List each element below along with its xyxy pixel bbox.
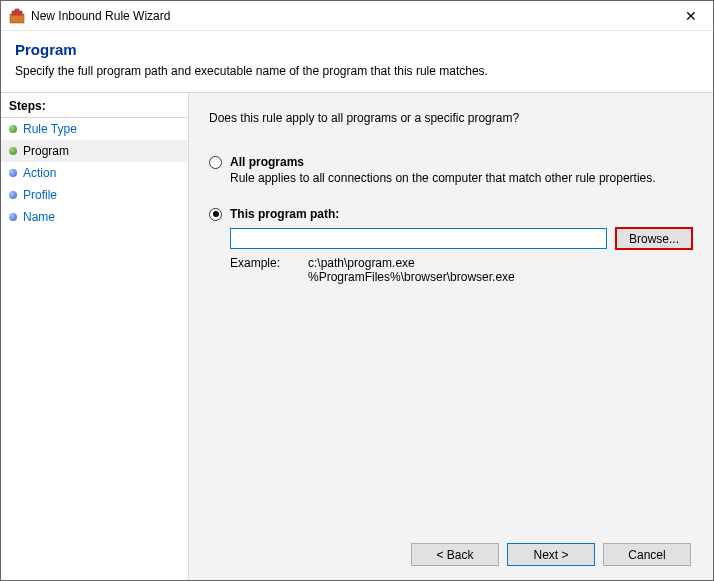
example-label: Example:	[230, 256, 308, 284]
step-rule-type[interactable]: Rule Type	[1, 118, 188, 140]
option-program-path: This program path: Browse... Example: c:…	[209, 207, 693, 284]
steps-sidebar: Steps: Rule Type Program Action Profile …	[1, 93, 189, 580]
back-button[interactable]: < Back	[411, 543, 499, 566]
steps-heading: Steps:	[1, 93, 188, 118]
program-path-input[interactable]	[230, 228, 607, 249]
step-bullet-icon	[9, 169, 17, 177]
wizard-window: New Inbound Rule Wizard ✕ Program Specif…	[0, 0, 714, 581]
wizard-content: Does this rule apply to all programs or …	[189, 93, 713, 580]
step-program[interactable]: Program	[1, 140, 188, 162]
step-label: Name	[23, 210, 55, 224]
step-label: Action	[23, 166, 56, 180]
window-title: New Inbound Rule Wizard	[31, 9, 668, 23]
option-path-label: This program path:	[230, 207, 339, 221]
step-bullet-icon	[9, 147, 17, 155]
step-bullet-icon	[9, 213, 17, 221]
step-name[interactable]: Name	[1, 206, 188, 228]
step-bullet-icon	[9, 125, 17, 133]
browse-button[interactable]: Browse...	[615, 227, 693, 250]
wizard-footer: < Back Next > Cancel	[209, 543, 693, 566]
example-text: c:\path\program.exe %ProgramFiles%\brows…	[308, 256, 515, 284]
wizard-header: Program Specify the full program path an…	[1, 31, 713, 92]
next-button[interactable]: Next >	[507, 543, 595, 566]
option-all-desc: Rule applies to all connections on the c…	[230, 171, 693, 185]
step-profile[interactable]: Profile	[1, 184, 188, 206]
option-path-row[interactable]: This program path:	[209, 207, 693, 221]
radio-program-path[interactable]	[209, 208, 222, 221]
wizard-body: Steps: Rule Type Program Action Profile …	[1, 92, 713, 580]
option-all-row[interactable]: All programs	[209, 155, 693, 169]
close-icon: ✕	[685, 8, 697, 24]
option-all-label: All programs	[230, 155, 304, 169]
step-bullet-icon	[9, 191, 17, 199]
example-row: Example: c:\path\program.exe %ProgramFil…	[230, 256, 693, 284]
page-title: Program	[15, 41, 699, 58]
cancel-button[interactable]: Cancel	[603, 543, 691, 566]
option-all-programs: All programs Rule applies to all connect…	[209, 155, 693, 185]
titlebar: New Inbound Rule Wizard ✕	[1, 1, 713, 31]
page-subtitle: Specify the full program path and execut…	[15, 64, 699, 78]
app-icon	[9, 8, 25, 24]
step-action[interactable]: Action	[1, 162, 188, 184]
radio-all-programs[interactable]	[209, 156, 222, 169]
svg-rect-0	[10, 14, 24, 23]
program-path-row: Browse...	[230, 227, 693, 250]
svg-rect-2	[15, 9, 19, 12]
close-button[interactable]: ✕	[668, 1, 713, 30]
step-label: Program	[23, 144, 69, 158]
step-label: Profile	[23, 188, 57, 202]
step-label: Rule Type	[23, 122, 77, 136]
question-text: Does this rule apply to all programs or …	[209, 111, 693, 125]
